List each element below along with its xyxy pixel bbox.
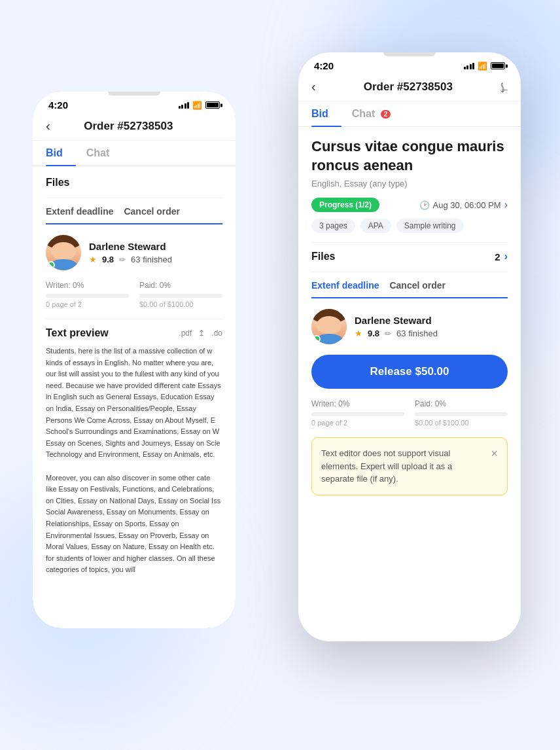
front-phone-tag-pages: 3 pages [311,219,355,233]
front-phone-tab-chat[interactable]: Chat 2 [352,101,404,126]
back-phone-notch [108,92,160,96]
back-phone-actions-row: Extenf deadline Cancel order [46,206,222,224]
front-phone-files-row: Files 2 › [311,251,508,262]
back-phone-doc-btn[interactable]: .do [211,329,222,338]
front-phone-extend-btn[interactable]: Extenf deadline [311,280,379,296]
front-phone-paid-sub: $0.00 of $100.00 [415,419,508,427]
back-phone-writer-name: Darlene Steward [89,241,222,252]
front-phone-paid-track [415,412,508,416]
back-phone-pdf-btn[interactable]: .pdf [179,329,192,338]
back-phone-preview-body: Students, here is the list of a massive … [46,346,222,576]
front-phone-clock-icon: 🕑 [419,200,430,210]
back-phone-paid-track [139,294,222,298]
front-phone-paid-bar [415,412,508,416]
front-phone-wifi-icon: 📶 [478,62,487,71]
front-phone-tag-sample: Sample writing [396,219,464,233]
front-phone-header: ‹ Order #52738503 ⍼ [298,74,521,101]
front-phone-time: 4:20 [314,60,334,71]
back-phone-preview-title: Text preview [46,327,109,339]
back-phone-writer-avatar [46,235,81,270]
back-phone-paid-sub: $0.00 of $100.00 [139,300,222,308]
back-phone-writer-stats: ★ 9.8 ✏ 63 finished [89,255,222,264]
front-phone-written-label: Writen: 0% [311,399,404,408]
front-phone-cancel-btn[interactable]: Cancel order [389,280,446,296]
front-phone-battery-fill [492,63,504,68]
front-phone-content: Cursus vitae congue mauris roncus aenean… [298,127,521,637]
front-phone-progress-row: Progress (1/2) 🕑 Aug 30, 06:00 PM › [311,198,508,212]
front-phone-writer-info: Darlene Steward ★ 9.8 ✏ 63 finished [355,315,508,338]
front-phone-writer-stats: ★ 9.8 ✏ 63 finished [355,329,508,338]
back-phone-time: 4:20 [48,99,68,111]
front-phone-deadline-chevron[interactable]: › [504,199,508,211]
back-phone-text-preview-header: Text preview .pdf ↥ .do [46,327,222,339]
back-phone-preview-p2: Moreover, you can also discover in some … [46,473,222,576]
back-phone-header: ‹ Order #52738503 [33,113,236,141]
front-phone-divider-1 [311,242,508,243]
front-phone-order-title: Cursus vitae congue mauris roncus aenean [311,137,508,175]
front-phone-actions-row: Extenf deadline Cancel order [311,280,508,298]
back-phone-download-icon[interactable]: ↥ [198,329,205,338]
front-phone-alert-box: Text editor does not support visual elem… [311,437,508,495]
back-phone-written-sub: 0 page of 2 [46,300,129,308]
front-phone-deadline-row: 🕑 Aug 30, 06:00 PM › [419,199,508,211]
front-phone-back-button[interactable]: ‹ [311,79,316,94]
back-phone-paid-bar [139,294,222,298]
back-phone-back-button[interactable]: ‹ [46,118,50,134]
front-phone-writer-card: Darlene Steward ★ 9.8 ✏ 63 finished [311,309,508,344]
front-phone-files-number: 2 [495,251,500,262]
back-phone-avatar-facearea [51,242,76,260]
front-phone-paid-label: Paid: 0% [415,399,508,408]
back-phone-preview-p1: Students, here is the list of a massive … [46,346,222,461]
back-phone-files-label: Files [46,177,69,188]
signal-bar-1 [179,106,181,109]
front-phone-files-chevron[interactable]: › [504,251,508,262]
phones-container: 4:20 📶 ‹ Order #52738503 [20,39,540,730]
front-phone-filter-icon[interactable]: ⍼ [500,80,508,94]
back-phone-pencil-icon: ✏ [119,255,126,264]
front-phone-finished: 63 finished [396,329,438,338]
front-phone-tab-bid[interactable]: Bid [311,101,341,126]
front-phone-alert-close[interactable]: × [491,447,498,461]
back-phone-signal [179,102,190,109]
front-phone-deadline: Aug 30, 06:00 PM [433,200,501,210]
front-phone-status-icons: 📶 [464,62,506,71]
front-phone-written-bar [311,412,404,416]
back-phone-tab-chat[interactable]: Chat [86,141,123,166]
signal-bar-2 [181,105,183,109]
front-phone-stat-written: Writen: 0% 0 page of 2 [311,399,404,427]
front-phone-tags-row: 3 pages APA Sample writing [311,219,508,233]
back-phone-written-track [46,294,129,298]
front-phone-battery-icon [491,62,505,69]
f-signal-bar-3 [470,64,472,69]
signal-bar-3 [184,103,186,109]
back-phone-battery-fill [207,103,219,107]
front-phone-signal [464,63,475,69]
front-phone-tag-format: APA [360,219,391,233]
back-phone-content: Files Extenf deadline Cancel order [33,166,236,628]
back-phone-extend-btn[interactable]: Extenf deadline [46,206,113,222]
back-phone-written-label: Writen: 0% [46,281,129,290]
front-phone-star-icon: ★ [355,329,362,338]
front-phone-tabs: Bid Chat 2 [298,101,521,127]
back-phone-status-icons: 📶 [179,101,220,110]
back-phone-title: Order #52738503 [84,120,173,133]
release-button[interactable]: Release $50.00 [311,355,508,389]
back-phone-cancel-btn[interactable]: Cancel order [124,206,180,222]
back-phone-preview-actions: .pdf ↥ .do [179,329,222,338]
front-phone-files-count[interactable]: 2 › [495,251,508,262]
front-phone-alert-text: Text editor does not support visual elem… [321,447,484,486]
back-phone: 4:20 📶 ‹ Order #52738503 [33,92,236,628]
back-phone-stat-paid: Paid: 0% $0.00 of $100.00 [139,281,222,308]
back-phone-star-icon: ★ [89,255,97,264]
front-phone-stats-row: Writen: 0% 0 page of 2 Paid: 0% [311,399,508,427]
front-phone-files-label: Files [311,251,335,262]
front-phone-stat-paid: Paid: 0% $0.00 of $100.00 [415,399,508,427]
back-phone-tab-bid[interactable]: Bid [46,141,76,166]
f-signal-bar-4 [472,63,474,69]
f-signal-bar-1 [464,67,466,69]
back-phone-online-dot [47,261,55,269]
back-phone-stats-row: Writen: 0% 0 page of 2 Paid: 0% [46,281,222,308]
back-phone-paid-label: Paid: 0% [139,281,222,290]
front-phone-rating: 9.8 [368,329,379,338]
front-phone-pencil-icon: ✏ [385,329,391,338]
